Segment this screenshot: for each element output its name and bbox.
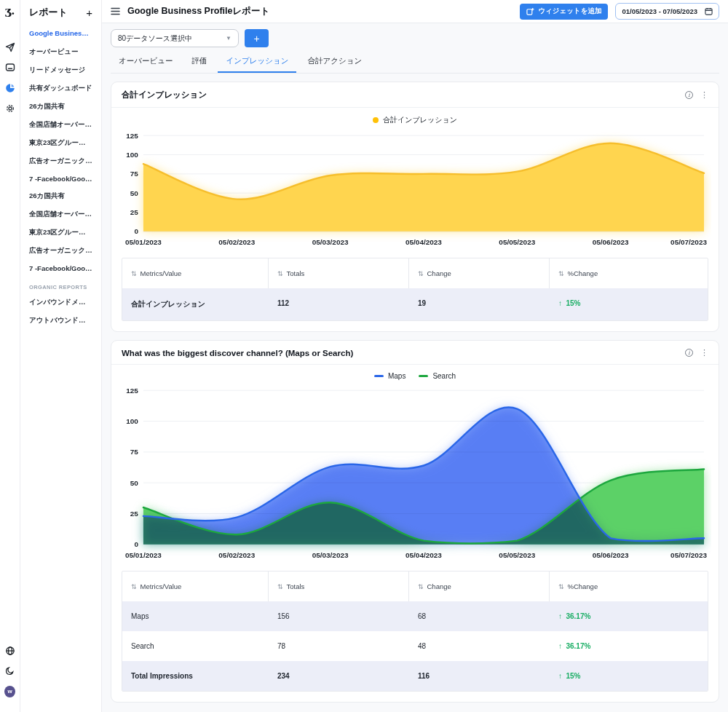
table-cell: 112	[269, 288, 409, 320]
chevron-down-icon: ▼	[226, 35, 232, 41]
table-sort-header[interactable]: ⇅Totals	[269, 571, 409, 601]
add-report-button[interactable]: +	[86, 7, 92, 18]
total-impressions-chart[interactable]: 025507510012505/01/202305/02/202305/03/2…	[119, 128, 711, 250]
sidebar-item[interactable]: 7 -Facebook/Google My...	[20, 260, 101, 277]
kebab-menu-icon[interactable]: ⋮	[700, 348, 708, 357]
sort-icon: ⇅	[131, 583, 137, 590]
svg-text:05/04/2023: 05/04/2023	[405, 238, 442, 246]
table-row: Total Impressions234116↑ 15%	[122, 661, 708, 691]
brand-logo: ʒ.	[5, 6, 15, 17]
send-icon[interactable]	[4, 41, 15, 52]
trend-up-arrow-icon: ↑ 15%	[558, 672, 581, 680]
svg-text:25: 25	[130, 208, 139, 216]
chart-legend: MapsSearch	[111, 365, 719, 381]
card-discover-channel: What was the biggest discover channel? (…	[111, 340, 719, 703]
sidebar-item[interactable]: 東京23区グルーピング	[20, 134, 101, 152]
pct-change-cell: ↑ 36.17%	[550, 601, 708, 631]
calendar-icon	[705, 7, 713, 15]
legend-item[interactable]: Maps	[374, 372, 405, 380]
sidebar-item[interactable]: 全国店舗オーバービュー	[20, 116, 101, 134]
dark-mode-icon[interactable]	[4, 665, 15, 676]
table-row: Maps15668↑ 36.17%	[122, 601, 708, 631]
svg-text:05/07/2023: 05/07/2023	[670, 551, 707, 559]
info-icon[interactable]: i	[685, 349, 693, 357]
tab-item[interactable]: オーバービュー	[111, 52, 181, 73]
date-range-picker[interactable]: 01/05/2023 - 07/05/2023	[615, 3, 719, 20]
sidebar-item[interactable]: 広告オーガニック分析	[20, 152, 101, 170]
sort-icon: ⇅	[418, 583, 424, 590]
table-sort-header[interactable]: ⇅Totals	[269, 258, 409, 288]
page-header: Google Business Profileレポート ウィジェットを追加 01…	[102, 0, 728, 23]
sidebar-item[interactable]: 7 -Facebook/Google My...	[20, 170, 101, 187]
sort-icon: ⇅	[131, 270, 137, 277]
hamburger-menu-icon[interactable]	[111, 7, 120, 15]
card-header: What was the biggest discover channel? (…	[111, 341, 719, 365]
legend-marker	[374, 375, 384, 377]
tab-active[interactable]: インプレッション	[218, 52, 296, 73]
tab-item[interactable]: 評価	[183, 52, 215, 73]
add-widget-button[interactable]: ウィジェットを追加	[520, 4, 608, 20]
svg-text:75: 75	[130, 170, 139, 178]
svg-text:05/03/2023: 05/03/2023	[312, 551, 349, 559]
sidebar-item[interactable]: 共有ダッシュボード	[20, 79, 101, 98]
table-cell: 19	[409, 288, 550, 320]
datasource-select[interactable]: 80データソース選択中 ▼	[111, 29, 239, 47]
sidebar-item[interactable]: インバウンドメッセージ	[20, 293, 101, 312]
trend-up-arrow-icon: ↑ 15%	[558, 299, 581, 307]
legend-label: 合計インプレッション	[383, 115, 457, 125]
svg-text:50: 50	[130, 189, 139, 197]
metrics-table: ⇅Metrics/Value⇅Totals⇅Change⇅%ChangeMaps…	[122, 571, 708, 692]
sidebar-item[interactable]: Google Business Profileレ...	[20, 25, 101, 43]
svg-text:05/07/2023: 05/07/2023	[670, 238, 707, 246]
svg-text:05/02/2023: 05/02/2023	[218, 551, 255, 559]
sidebar-section-label: ORGANIC REPORTS	[20, 277, 101, 293]
legend-marker	[419, 375, 428, 377]
info-icon[interactable]: i	[685, 91, 693, 99]
column-label: Change	[427, 582, 451, 590]
maps-search-chart[interactable]: 025507510012505/01/202305/02/202305/03/2…	[119, 383, 711, 563]
globe-icon[interactable]	[4, 645, 15, 656]
sort-icon: ⇅	[558, 270, 564, 277]
chart-area: 025507510012505/01/202305/02/202305/03/2…	[111, 381, 719, 563]
avatar-initial: w	[4, 686, 15, 697]
sidebar-item[interactable]: オーバービュー	[20, 43, 101, 61]
settings-icon[interactable]	[4, 103, 15, 114]
svg-text:0: 0	[134, 540, 138, 548]
legend-item[interactable]: Search	[419, 372, 456, 380]
sidebar-item[interactable]: 広告オーガニック分析	[20, 242, 101, 260]
table-cell: Search	[122, 631, 269, 661]
kebab-menu-icon[interactable]: ⋮	[700, 90, 708, 100]
table-cell: Total Impressions	[122, 661, 269, 691]
analytics-icon[interactable]	[4, 82, 15, 93]
table-header-row: ⇅Metrics/Value⇅Totals⇅Change⇅%Change	[122, 571, 708, 601]
svg-text:05/05/2023: 05/05/2023	[499, 551, 535, 559]
table-sort-header[interactable]: ⇅Change	[409, 571, 550, 601]
table-cell: 68	[409, 601, 550, 631]
sidebar-item[interactable]: リードメッセージ	[20, 61, 101, 79]
svg-text:05/02/2023: 05/02/2023	[218, 238, 255, 246]
sidebar-item[interactable]: アウトバウンドパフォーマンス	[20, 312, 101, 330]
chat-icon[interactable]	[4, 62, 15, 73]
user-avatar[interactable]: w	[4, 686, 15, 697]
table-cell: 48	[409, 631, 550, 661]
table-sort-header[interactable]: ⇅%Change	[550, 571, 708, 601]
add-datasource-button[interactable]: +	[245, 29, 269, 47]
trend-up-arrow-icon: ↑ 36.17%	[558, 612, 590, 620]
table-sort-header[interactable]: ⇅Change	[409, 258, 550, 288]
svg-text:100: 100	[126, 417, 138, 425]
sidebar-item[interactable]: 東京23区グルーピング	[20, 224, 101, 242]
sort-icon: ⇅	[277, 270, 283, 277]
sidebar-item[interactable]: 26カ国共有	[20, 98, 101, 116]
metrics-table: ⇅Metrics/Value⇅Totals⇅Change⇅%Change合計イン…	[122, 258, 708, 321]
sidebar-item[interactable]: 全国店舗オーバービュー	[20, 205, 101, 224]
sidebar-item[interactable]: 26カ国共有	[20, 187, 101, 205]
table-sort-header[interactable]: ⇅Metrics/Value	[122, 571, 269, 601]
legend-item[interactable]: 合計インプレッション	[373, 115, 457, 125]
table-sort-header[interactable]: ⇅%Change	[550, 258, 708, 288]
table-sort-header[interactable]: ⇅Metrics/Value	[122, 258, 269, 288]
tab-item[interactable]: 合計アクション	[299, 52, 370, 73]
legend-marker	[373, 117, 379, 123]
svg-text:50: 50	[130, 479, 139, 487]
column-label: Change	[427, 269, 451, 277]
table-row: Search7848↑ 36.17%	[122, 631, 708, 661]
